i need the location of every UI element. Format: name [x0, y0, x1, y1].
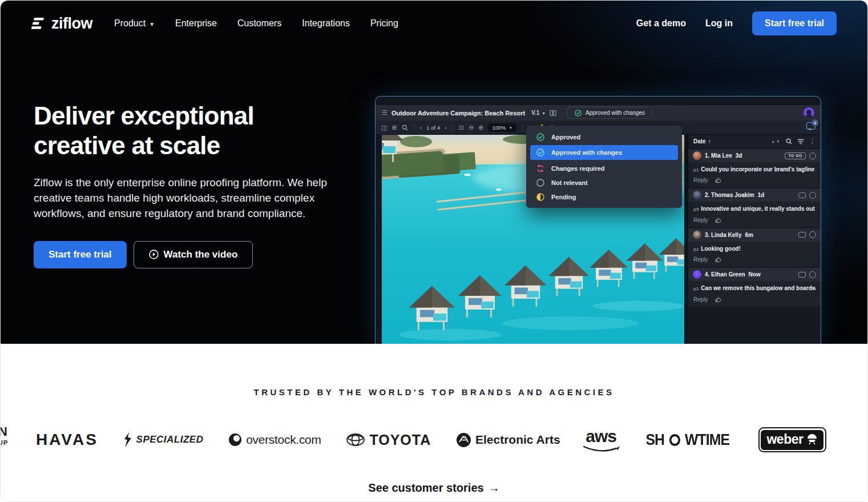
hero-description: Ziflow is the only enterprise online pro… — [34, 175, 330, 222]
todo-badge[interactable]: TO DO — [785, 152, 806, 159]
brand-logo-specialized: SPECIALIZED — [124, 432, 204, 447]
comment-card[interactable]: 4. Ethan Green Now p1Can we remove this … — [688, 268, 821, 306]
user-avatar[interactable] — [804, 107, 814, 118]
compare-icon[interactable] — [550, 110, 556, 117]
menu-item-changes-required[interactable]: Changes required — [526, 161, 682, 175]
brands-section: TRUSTED BY THE WORLD'S TOP BRANDS AND AG… — [1, 344, 867, 502]
hero-copy: Deliver exceptional creative at scale Zi… — [34, 101, 330, 268]
ea-circle-icon — [457, 433, 471, 447]
prev-page-icon[interactable]: ‹ — [420, 125, 422, 131]
top-nav: ziflow Product ▼ Enterprise Customers In… — [1, 1, 867, 46]
reply-link[interactable]: Reply — [693, 217, 708, 223]
reply-link[interactable]: Reply — [693, 256, 708, 263]
search-comments-icon[interactable] — [786, 138, 792, 144]
comments-panel: Date ↑ ▲▼ ⋮ 1. — [688, 135, 821, 344]
sort-toggle-icons[interactable]: ▲▼ — [771, 139, 781, 143]
comment-count-indicator[interactable]: 4 — [806, 122, 815, 130]
zoom-level-selector[interactable]: 100% ▼ — [488, 123, 516, 132]
sidebar-toggle-icon[interactable]: ◫ — [381, 125, 387, 131]
comments-panel-header: Date ↑ ▲▼ ⋮ — [688, 135, 821, 148]
app-titlebar: ☰ Outdoor Adventure Campaign: Beach Reso… — [376, 105, 821, 121]
customer-stories-row: See customer stories → — [1, 481, 867, 495]
brand-logo-showtime: SHWTIME — [645, 431, 729, 449]
empty-circle-icon — [536, 179, 544, 187]
menu-item-not-relevant[interactable]: Not relevant — [526, 175, 682, 190]
overstock-circle-icon — [229, 433, 241, 446]
hero-section: ziflow Product ▼ Enterprise Customers In… — [1, 1, 867, 344]
brand-logo-weber: weber — [758, 427, 826, 452]
specialized-bolt-icon — [124, 432, 132, 447]
app-window: ☰ Outdoor Adventure Campaign: Beach Reso… — [375, 96, 821, 344]
brand-logo-electronic-arts: Electronic Arts — [457, 433, 560, 447]
ziflow-logo-icon — [31, 16, 46, 31]
thumbs-up-icon[interactable] — [715, 217, 721, 223]
zoom-area-icon[interactable]: ⊡ — [459, 125, 464, 131]
nav-item-product[interactable]: Product ▼ — [114, 18, 155, 29]
thumbs-up-icon[interactable] — [715, 296, 721, 303]
resolve-circle-icon[interactable] — [809, 271, 816, 278]
search-icon[interactable] — [402, 125, 408, 131]
brand-logo-overstock: overstock.com — [229, 433, 321, 447]
menu-item-pending[interactable]: Pending — [526, 190, 682, 204]
toyota-emblem-icon — [346, 433, 365, 446]
thumbs-up-icon[interactable] — [715, 177, 721, 183]
brand-logo-toyota: TOYOTA — [346, 432, 431, 448]
comment-card[interactable]: 1. Mia Lee 3d TO DO p1Could you incorpor… — [688, 149, 821, 187]
nav-item-customers[interactable]: Customers — [237, 18, 281, 29]
watch-video-button[interactable]: Watch the video — [134, 241, 253, 268]
comment-bubble-icon[interactable] — [798, 272, 806, 278]
page: ziflow Product ▼ Enterprise Customers In… — [0, 0, 868, 502]
hero-cta-row: Start free trial Watch the video — [34, 241, 330, 268]
reply-link[interactable]: Reply — [693, 177, 708, 183]
brand-logo-aws: aws — [586, 430, 616, 449]
weber-kettle-icon — [806, 433, 818, 445]
login-link[interactable]: Log in — [705, 18, 733, 29]
version-selector[interactable]: V.1 ▼ — [531, 110, 546, 116]
hero-title: Deliver exceptional creative at scale — [34, 101, 330, 160]
showtime-o-icon — [669, 434, 680, 446]
menu-item-approved[interactable]: Approved — [526, 130, 682, 144]
zoom-in-icon[interactable]: ⊕ — [478, 125, 483, 131]
comment-bubble-icon[interactable] — [798, 232, 806, 238]
avatar — [693, 191, 701, 199]
reply-link[interactable]: Reply — [693, 296, 708, 303]
comment-card[interactable]: 3. Linda Kelly 6m p2Looking good! Reply — [688, 228, 821, 267]
status-pill[interactable]: Approved with changes — [567, 107, 652, 119]
sort-by-date[interactable]: Date ↑ — [693, 138, 711, 144]
filter-icon[interactable] — [797, 139, 804, 144]
menu-item-approved-with-changes[interactable]: Approved with changes — [530, 145, 678, 160]
hero-start-trial-button[interactable]: Start free trial — [34, 241, 127, 268]
comment-bubble-icon: 4 — [806, 122, 815, 130]
see-customer-stories-link[interactable]: See customer stories → — [368, 481, 499, 495]
ziflow-logo[interactable]: ziflow — [31, 15, 92, 33]
nav-item-pricing[interactable]: Pricing — [370, 18, 398, 29]
get-demo-link[interactable]: Get a demo — [636, 18, 686, 29]
nav-links: Product ▼ Enterprise Customers Integrati… — [114, 18, 398, 29]
resolve-circle-icon[interactable] — [809, 231, 816, 238]
nav-item-integrations[interactable]: Integrations — [302, 18, 350, 29]
resolve-circle-icon[interactable] — [809, 152, 816, 159]
comment-count-badge: 4 — [812, 119, 818, 126]
resolve-circle-icon[interactable] — [809, 192, 816, 199]
comment-card[interactable]: 2. Thomas Joakim 1d p5Innovative and uni… — [688, 188, 821, 227]
partial-brand-logo: N UP — [0, 425, 8, 446]
thumbnails-icon[interactable]: ⊞ — [391, 125, 397, 131]
nav-item-enterprise[interactable]: Enterprise — [175, 18, 217, 29]
comment-bubble-icon[interactable] — [798, 192, 806, 198]
page-indicator: 1 of 4 — [426, 125, 440, 131]
next-page-icon[interactable]: › — [445, 125, 447, 131]
brands-heading: TRUSTED BY THE WORLD'S TOP BRANDS AND AG… — [1, 344, 867, 397]
titlebar-left: ☰ Outdoor Adventure Campaign: Beach Reso… — [382, 110, 556, 117]
avatar — [693, 231, 701, 239]
nav-actions: Get a demo Log in Start free trial — [636, 11, 837, 35]
hamburger-icon[interactable]: ☰ — [382, 110, 387, 116]
thumbs-up-icon[interactable] — [715, 256, 721, 263]
chevron-down-icon: ▼ — [542, 111, 546, 115]
zoom-out-icon[interactable]: ⊖ — [469, 125, 474, 131]
approved-check-icon — [575, 110, 582, 117]
chevron-down-icon: ▼ — [149, 21, 155, 27]
nav-start-trial-button[interactable]: Start free trial — [752, 11, 837, 35]
ziflow-logo-text: ziflow — [51, 15, 92, 33]
avatar — [693, 151, 701, 160]
kebab-menu-icon[interactable]: ⋮ — [809, 138, 815, 144]
